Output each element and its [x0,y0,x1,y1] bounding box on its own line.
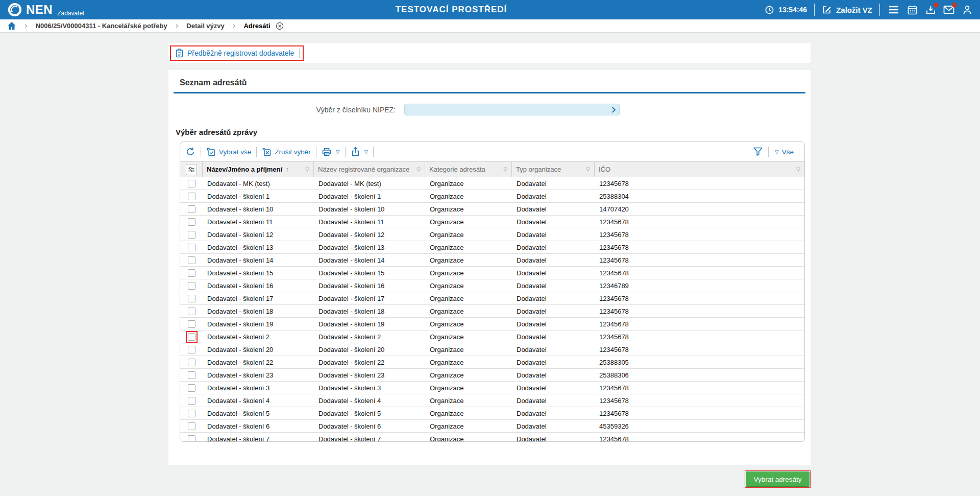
cell-name: Dodavatel - školení 12 [203,231,314,239]
row-checkbox[interactable] [188,269,195,277]
row-checkbox[interactable] [188,180,195,187]
downloads-tray-icon[interactable] [924,3,937,16]
cell-name: Dodavatel - školení 22 [203,359,314,366]
table-row[interactable]: Dodavatel - školení 13 Dodavatel - škole… [180,241,804,254]
table-row[interactable]: Dodavatel - školení 23 Dodavatel - škole… [180,369,804,382]
row-checkbox[interactable] [188,282,195,290]
row-checkbox[interactable] [188,308,195,315]
export-button[interactable]: ▽ [351,147,369,157]
checkbox-wrap [186,178,198,190]
preregister-supplier-button[interactable]: Předběžně registrovat dodavatele [175,49,294,58]
nipez-picker-input[interactable] [404,104,620,115]
table-row[interactable]: Dodavatel - školení 20 Dodavatel - škole… [180,343,804,356]
row-checkbox[interactable] [188,359,195,366]
row-checkbox[interactable] [188,205,195,213]
filter-icon[interactable]: ▽ [586,167,590,172]
select-addressees-button[interactable]: Vybrat adresáty [746,471,810,487]
table-row[interactable]: Dodavatel - školení 15 Dodavatel - škole… [180,267,804,279]
table-row[interactable]: Dodavatel - školení 1 Dodavatel - školen… [180,190,804,203]
print-button[interactable]: ▽ [322,147,340,157]
column-header-category[interactable]: Kategorie adresáta ▽ [425,162,512,177]
breadcrumb-item-adresati[interactable]: Adresáti [243,22,270,30]
table-row[interactable]: Dodavatel - školení 5 Dodavatel - školen… [180,407,804,420]
cell-name: Dodavatel - školení 6 [203,422,314,430]
breadcrumb-item-procurement[interactable]: N006/25/V00004311 - Kancelářské potřeby [36,22,167,30]
column-header-type[interactable]: Typ organizace ▽ [512,162,595,177]
table-row[interactable]: Dodavatel - školení 22 Dodavatel - škole… [180,356,804,369]
row-checkbox[interactable] [188,333,195,341]
user-profile-icon[interactable] [961,3,974,16]
mail-icon[interactable] [942,3,955,16]
table-row[interactable]: Dodavatel - školení 10 Dodavatel - škole… [180,203,804,216]
close-tab-icon[interactable] [276,22,284,30]
table-row[interactable]: Dodavatel - školení 19 Dodavatel - škole… [180,318,804,330]
filter-icon[interactable]: ▽ [305,167,309,172]
row-checkbox[interactable] [188,422,195,430]
filter-icon[interactable]: ▽ [796,167,800,172]
row-checkbox[interactable] [188,346,195,353]
row-checkbox[interactable] [188,410,195,417]
row-checkbox[interactable] [188,256,195,264]
topbar-divider [814,4,815,16]
cell-ico: 12345678 [595,397,804,405]
menu-hamburger-icon[interactable] [887,3,900,16]
refresh-button[interactable] [185,147,195,157]
table-body: Dodavatel - MK (test) Dodavatel - MK (te… [180,177,804,441]
cell-type: Dodavatel [512,256,595,264]
table-row[interactable]: Dodavatel - školení 17 Dodavatel - škole… [180,292,804,305]
cell-type: Dodavatel [512,333,595,341]
row-checkbox[interactable] [188,371,195,379]
create-vz-button[interactable]: Založit VZ [822,5,872,15]
row-checkbox[interactable] [188,231,195,239]
table-row[interactable]: Dodavatel - školení 18 Dodavatel - škole… [180,305,804,318]
column-settings-icon[interactable] [186,164,197,175]
table-row[interactable]: Dodavatel - školení 2 Dodavatel - školen… [180,330,804,343]
row-checkbox[interactable] [188,193,195,200]
dropdown-caret-icon[interactable]: ▽ [364,149,369,155]
select-all-button[interactable]: Vybrat vše [206,147,251,157]
table-row[interactable]: Dodavatel - školení 16 Dodavatel - škole… [180,279,804,292]
cell-ico: 12345678 [595,256,804,264]
breadcrumb-separator: › [24,21,28,30]
row-checkbox[interactable] [188,295,195,302]
checkbox-x-icon [262,147,272,157]
cell-name: Dodavatel - školení 19 [203,320,314,328]
clear-selection-button[interactable]: Zrušit výběr [262,147,311,157]
environment-title: TESTOVACÍ PROSTŘEDÍ [396,5,507,15]
row-checkbox[interactable] [188,218,195,226]
dropdown-caret-icon: ▽ [775,149,779,155]
row-checkbox[interactable] [188,244,195,251]
checkbox-wrap [186,229,198,241]
breadcrumb-item-detail-vyzvy[interactable]: Detail výzvy [186,22,224,30]
calendar-icon[interactable] [905,3,919,16]
filter-icon[interactable]: ▽ [416,167,421,172]
column-header-ico[interactable]: IČO ▽ [595,162,804,177]
cell-category: Organizace [425,282,512,290]
row-checkbox[interactable] [188,384,195,392]
table-row[interactable]: Dodavatel - MK (test) Dodavatel - MK (te… [180,177,804,190]
row-checkbox[interactable] [188,320,195,328]
cell-category: Organizace [425,384,512,392]
chevron-right-icon[interactable] [611,107,616,113]
filter-funnel-button[interactable] [753,147,763,156]
row-checkbox[interactable] [188,397,195,405]
row-checkbox[interactable] [188,435,195,442]
filter-icon[interactable]: ▽ [503,167,507,172]
cell-organization: Dodavatel - školení 6 [314,422,425,430]
table-row[interactable]: Dodavatel - školení 4 Dodavatel - školen… [180,394,804,407]
nen-brand[interactable]: NEN Zadavatel [7,2,84,17]
edit-square-icon [822,5,832,15]
checkbox-wrap [186,382,198,394]
view-all-dropdown[interactable]: ▽ Vše [774,148,794,156]
table-row[interactable]: Dodavatel - školení 7 Dodavatel - školen… [180,433,804,441]
column-header-organization[interactable]: Název registrované organizace ▽ [314,162,425,177]
table-row[interactable]: Dodavatel - školení 6 Dodavatel - školen… [180,420,804,433]
column-header-name[interactable]: Název/Jméno a příjmení ↑ ▽ [203,162,314,177]
table-row[interactable]: Dodavatel - školení 3 Dodavatel - školen… [180,382,804,394]
table-row[interactable]: Dodavatel - školení 12 Dodavatel - škole… [180,228,804,241]
dropdown-caret-icon[interactable]: ▽ [336,149,340,155]
home-icon[interactable] [7,21,16,30]
table-row[interactable]: Dodavatel - školení 11 Dodavatel - škole… [180,216,804,228]
cell-name: Dodavatel - školení 11 [203,218,314,226]
table-row[interactable]: Dodavatel - školení 14 Dodavatel - škole… [180,254,804,267]
